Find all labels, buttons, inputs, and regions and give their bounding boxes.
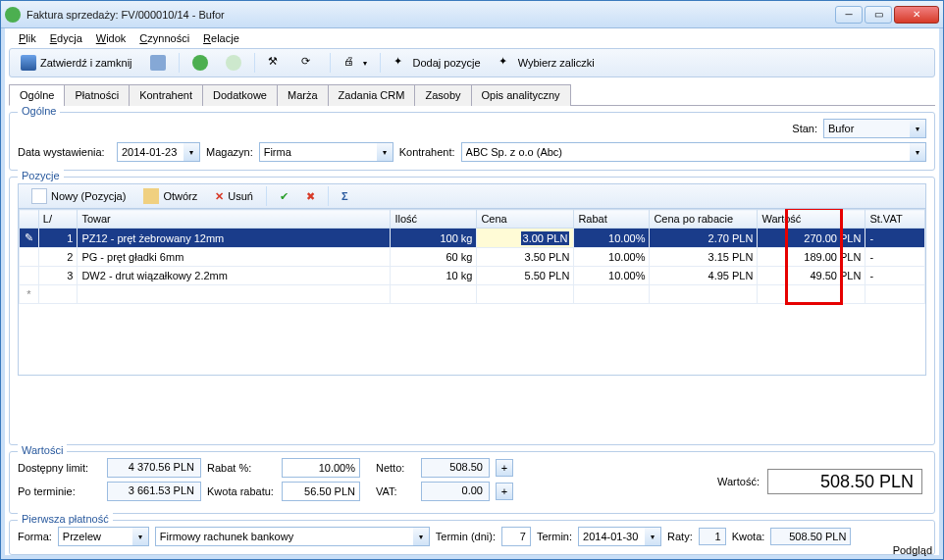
rabat-pct-input[interactable] — [282, 458, 360, 478]
save-icon — [21, 55, 36, 71]
forward-button[interactable] — [219, 52, 248, 74]
dodaj-pozycje-button[interactable]: ✦ Dodaj pozycje — [387, 52, 488, 74]
close-button[interactable]: ✕ — [894, 6, 939, 24]
kwota-rabatu-input[interactable] — [282, 482, 360, 501]
table-row[interactable]: 2 PG - pręt gładki 6mm 60 kg 3.50 PLN 10… — [20, 248, 925, 267]
wand-icon: ✦ — [393, 55, 409, 71]
new-row[interactable]: * — [20, 285, 925, 304]
forma-input[interactable] — [58, 527, 132, 546]
platnosc-legend: Pierwsza płatność — [18, 513, 113, 525]
vat-label: VAT: — [376, 485, 415, 497]
minimize-button[interactable]: ─ — [835, 6, 863, 24]
zatwierdz-button[interactable]: Zatwierdź i zamknij — [14, 52, 139, 74]
podglad-link[interactable]: Podgląd — [893, 544, 932, 556]
col-lp[interactable]: L/ — [38, 210, 78, 229]
col-wartosc[interactable]: Wartość — [758, 210, 865, 229]
tabstrip: Ogólne Płatności Kontrahent Dodatkowe Ma… — [9, 83, 935, 106]
maximize-button[interactable]: ▭ — [865, 6, 892, 24]
cena-editor[interactable]: 3.00 PLN — [477, 229, 574, 248]
col-rabat[interactable]: Rabat — [574, 210, 650, 229]
stan-combo[interactable]: ▾ — [823, 119, 926, 138]
col-towar[interactable]: Towar — [78, 210, 391, 229]
tools-button[interactable]: ⚒ — [261, 52, 290, 74]
kontrahent-label: Kontrahent: — [399, 146, 455, 158]
chevron-down-icon[interactable]: ▾ — [645, 527, 661, 546]
termin-input[interactable] — [578, 527, 645, 546]
tab-opis[interactable]: Opis analityczny — [471, 84, 571, 106]
kontrahent-input[interactable] — [461, 142, 910, 162]
chevron-down-icon[interactable]: ▾ — [132, 527, 149, 546]
ogolne-legend: Ogólne — [18, 105, 60, 117]
limit-value: 4 370.56 PLN — [107, 458, 201, 478]
forma-combo[interactable]: ▾ — [58, 527, 149, 546]
termin-combo[interactable]: ▾ — [578, 527, 661, 546]
arrow-left-icon — [192, 55, 208, 71]
vat-plus-button[interactable]: + — [496, 483, 513, 500]
sum-button[interactable]: Σ — [335, 186, 355, 206]
app-icon — [5, 7, 21, 23]
rachunek-input[interactable] — [155, 527, 413, 546]
table-row[interactable]: ✎ 1 PZ12 - pręt żebrowany 12mm 100 kg 3.… — [20, 229, 925, 248]
col-cena[interactable]: Cena — [477, 210, 574, 229]
tab-platnosci[interactable]: Płatności — [64, 84, 130, 106]
raty-value: 1 — [699, 528, 726, 545]
magazyn-combo[interactable]: ▾ — [259, 142, 393, 162]
poterminie-label: Po terminie: — [18, 485, 101, 497]
kwota-label: Kwota: — [732, 531, 765, 542]
vat-value: 0.00 — [421, 482, 490, 501]
menu-plik[interactable]: Plik — [13, 30, 42, 46]
col-ilosc[interactable]: Ilość — [391, 210, 477, 229]
data-input[interactable] — [117, 142, 184, 162]
check-button[interactable]: ✔ — [273, 186, 295, 206]
otworz-button[interactable]: Otwórz — [136, 186, 204, 206]
tab-dodatkowe[interactable]: Dodatkowe — [202, 84, 278, 106]
menu-czynnosci[interactable]: Czynności — [133, 30, 195, 46]
rachunek-combo[interactable]: ▾ — [155, 527, 430, 546]
open-icon — [143, 188, 159, 204]
wartosc-label: Wartość: — [717, 476, 760, 487]
dodaj-pozycje-label: Dodaj pozycje — [413, 57, 481, 69]
chevron-down-icon[interactable]: ▾ — [377, 142, 393, 162]
chevron-down-icon[interactable]: ▾ — [910, 142, 926, 162]
nowy-button[interactable]: Nowy (Pozycja) — [25, 186, 132, 206]
delete-icon: ✕ — [215, 190, 224, 203]
menu-relacje[interactable]: Relacje — [197, 30, 245, 46]
col-cena-po-rabacie[interactable]: Cena po rabacie — [650, 210, 758, 229]
wartosci-group: Wartości Dostępny limit: 4 370.56 PLN Ra… — [9, 451, 935, 514]
cancel-button[interactable]: ✖ — [299, 186, 322, 206]
termin-dni-input[interactable] — [501, 527, 531, 546]
chevron-down-icon[interactable]: ▾ — [413, 527, 430, 546]
menu-widok[interactable]: Widok — [90, 30, 132, 46]
window-title: Faktura sprzedaży: FV/000010/14 - Bufor — [26, 9, 835, 21]
refresh-button[interactable]: ⟳ — [294, 52, 324, 74]
tab-zasoby[interactable]: Zasoby — [414, 84, 471, 106]
menubar: Plik Edycja Widok Czynności Relacje — [9, 28, 935, 48]
main-toolbar: Zatwierdź i zamknij ⚒ ⟳ 🖨▾ ✦ Dodaj pozyc… — [9, 48, 935, 77]
data-combo[interactable]: ▾ — [117, 142, 200, 162]
back-button[interactable] — [185, 52, 215, 74]
print-button[interactable]: 🖨▾ — [337, 52, 374, 74]
usun-button[interactable]: ✕ Usuń — [208, 186, 260, 206]
menu-edycja[interactable]: Edycja — [44, 30, 88, 46]
platnosc-group: Pierwsza płatność Forma: ▾ ▾ Termin (dni… — [9, 520, 935, 555]
netto-plus-button[interactable]: + — [496, 459, 513, 477]
kwota-rabatu-label: Kwota rabatu: — [207, 485, 276, 497]
table-row[interactable]: 3 DW2 - drut wiązałkowy 2.2mm 10 kg 5.50… — [20, 267, 925, 285]
data-label: Data wystawienia: — [18, 146, 111, 158]
stan-input[interactable] — [823, 119, 910, 138]
tab-ogolne[interactable]: Ogólne — [9, 84, 65, 106]
wybierz-zaliczki-button[interactable]: ✦ Wybierz zaliczki — [492, 52, 602, 74]
kontrahent-combo[interactable]: ▾ — [461, 142, 926, 162]
tab-zadania-crm[interactable]: Zadania CRM — [328, 84, 416, 106]
pozycje-grid[interactable]: L/ Towar Ilość Cena Rabat Cena po rabaci… — [18, 209, 926, 376]
sigma-icon: Σ — [341, 190, 348, 202]
tab-marza[interactable]: Marża — [277, 84, 329, 106]
col-stvat[interactable]: St.VAT — [865, 210, 925, 229]
netto-label: Netto: — [376, 462, 415, 474]
tab-kontrahent[interactable]: Kontrahent — [129, 84, 203, 106]
chevron-down-icon[interactable]: ▾ — [910, 119, 926, 138]
kwota-value: 508.50 PLN — [770, 528, 851, 545]
magazyn-input[interactable] — [259, 142, 377, 162]
chevron-down-icon[interactable]: ▾ — [184, 142, 200, 162]
save-as-button[interactable] — [143, 52, 173, 74]
